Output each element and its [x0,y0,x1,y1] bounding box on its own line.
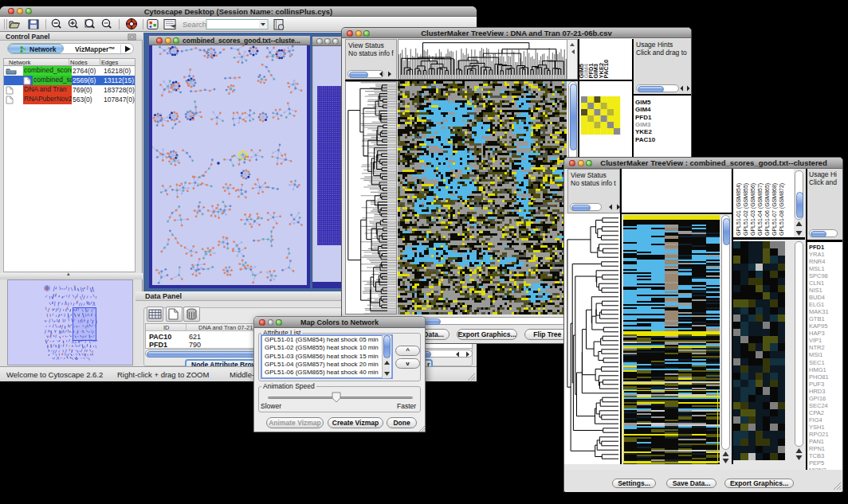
svg-text:NTR2: NTR2 [809,344,825,351]
svg-text:NIS1: NIS1 [809,287,822,294]
svg-text:VIP1: VIP1 [809,337,822,344]
svg-text:GPI16: GPI16 [809,395,826,402]
svg-text:KAP95: KAP95 [809,322,827,330]
svg-text:GPL51-02 (GSM855): GPL51-02 (GSM855) [743,183,749,236]
svg-text:SEC1: SEC1 [809,359,825,366]
svg-text:FIG4: FIG4 [809,416,822,424]
svg-text:MAK31: MAK31 [809,308,829,315]
svg-text:GPL51-04 (GSM857): GPL51-04 (GSM857) [757,183,764,236]
svg-text:ELG1: ELG1 [809,301,824,308]
svg-text:PUF3: PUF3 [809,381,824,388]
svg-text:GPL51-01 (GSM854): GPL51-01 (GSM854) [736,183,742,236]
svg-text:SPC98: SPC98 [809,272,828,279]
svg-text:RNR4: RNR4 [809,258,825,265]
svg-text:PEP5: PEP5 [809,459,824,467]
svg-text:GPL51-08 (GSM872): GPL51-08 (GSM872) [779,183,785,236]
svg-text:GPL51-06 (GSM865): GPL51-06 (GSM865) [764,183,771,236]
svg-text:HRD3: HRD3 [809,388,825,395]
svg-text:RPN1: RPN1 [809,445,825,452]
svg-text:TCB3: TCB3 [809,452,824,459]
svg-text:SEC24: SEC24 [809,402,828,409]
svg-text:PFD1: PFD1 [809,244,824,251]
svg-text:CLN1: CLN1 [809,279,824,287]
svg-text:GPL51-07 (GSM868): GPL51-07 (GSM868) [771,183,778,236]
svg-text:HAP3: HAP3 [809,330,825,337]
svg-text:Search:: Search: [183,20,209,29]
svg-text:HMG1: HMG1 [809,366,826,373]
svg-text:PHO81: PHO81 [809,373,829,381]
svg-text:BUD4: BUD4 [809,294,825,301]
svg-text:MSL1: MSL1 [809,265,825,272]
svg-text:GTB1: GTB1 [809,315,825,322]
svg-text:YSH1: YSH1 [809,424,825,431]
svg-text:YRA1: YRA1 [809,251,825,258]
svg-text:PAC10: PAC10 [603,60,610,79]
svg-text:RPO21: RPO21 [809,431,829,438]
svg-text:MSI1: MSI1 [809,351,823,358]
svg-text:GPL51-03 (GSM856): GPL51-03 (GSM856) [750,183,756,236]
svg-text:PAN1: PAN1 [809,438,824,445]
svg-text:CPA2: CPA2 [809,409,824,416]
